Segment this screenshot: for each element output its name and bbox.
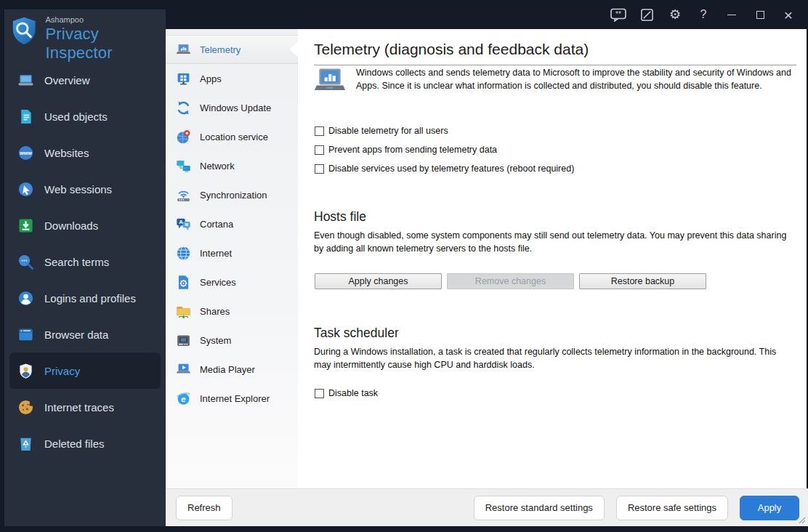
- brand-name: Ashampoo: [45, 15, 166, 24]
- location-icon: [176, 129, 191, 145]
- user-icon: [17, 290, 34, 307]
- sidebar-item-browser-data[interactable]: Browser data: [4, 316, 166, 352]
- sidebar-item-deleted-files[interactable]: Deleted files: [4, 425, 166, 462]
- help-icon[interactable]: ?: [694, 5, 713, 24]
- subnav-item-synchronization[interactable]: Synchronization: [166, 180, 298, 209]
- sidebar-item-label: Used objects: [44, 110, 108, 123]
- sidebar-item-downloads[interactable]: Downloads: [4, 207, 166, 243]
- settings-gear-icon[interactable]: ⚙: [666, 5, 684, 24]
- checkbox-label: Disable task: [328, 388, 378, 398]
- telemetry-intro: Windows collects and sends telemetry dat…: [314, 67, 801, 96]
- checkbox-disable-services[interactable]: Disable services used by telemetry featu…: [315, 164, 574, 174]
- sidebar-item-label: Overview: [44, 74, 90, 86]
- task-scheduler-description: During a Windows installation, a task is…: [314, 346, 792, 372]
- subnav-item-system[interactable]: System: [166, 326, 298, 355]
- subnav-item-services[interactable]: Services: [166, 267, 298, 297]
- subnav-item-label: System: [200, 335, 231, 346]
- subnav-item-shares[interactable]: Shares: [166, 297, 298, 326]
- feedback-icon[interactable]: **: [609, 5, 628, 24]
- cortana-icon: Aж: [176, 217, 191, 232]
- checkbox-disable-task[interactable]: Disable task: [315, 388, 378, 398]
- restore-safe-settings-button[interactable]: Restore safe settings: [616, 496, 728, 520]
- sidebar-item-label: Browser data: [44, 329, 108, 341]
- sidebar-item-label: Internet traces: [44, 401, 114, 414]
- hosts-file-buttons: Apply changes Remove changes Restore bac…: [315, 273, 706, 289]
- apply-changes-button[interactable]: Apply changes: [315, 273, 442, 289]
- checkbox-prevent-apps[interactable]: Prevent apps from sending telemetry data: [315, 145, 497, 155]
- sidebar-item-label: Privacy: [44, 365, 80, 377]
- footer-actions: Restore standard settings Restore safe s…: [474, 496, 799, 520]
- www-globe-icon: www: [17, 145, 34, 161]
- subnav-item-internet-explorer[interactable]: e Internet Explorer: [166, 384, 298, 413]
- download-icon: [17, 217, 34, 234]
- subnav-item-label: Media Player: [200, 364, 255, 375]
- apps-icon: [176, 71, 191, 86]
- minimize-button[interactable]: [722, 5, 741, 24]
- sidebar-item-internet-traces[interactable]: Internet traces: [4, 389, 166, 425]
- subnav-item-apps[interactable]: Apps: [166, 64, 298, 93]
- sidebar-item-label: Web sessions: [44, 183, 112, 196]
- sidebar-item-privacy[interactable]: Privacy: [9, 352, 161, 389]
- update-arrows-icon: [176, 100, 191, 116]
- refresh-button[interactable]: Refresh: [176, 496, 233, 520]
- content-panel: Telemetry (diagnosis and feedback data) …: [298, 29, 807, 488]
- remove-changes-button: Remove changes: [447, 273, 574, 289]
- subnav-item-internet[interactable]: Internet: [166, 238, 298, 267]
- cursor-globe-icon: [17, 181, 34, 198]
- checkbox-box[interactable]: [315, 164, 324, 174]
- resize-grip[interactable]: [799, 517, 806, 524]
- restore-backup-button[interactable]: Restore backup: [579, 273, 706, 289]
- maximize-button[interactable]: [751, 5, 769, 24]
- subnav-item-windows-update[interactable]: Windows Update: [166, 93, 298, 122]
- notes-icon[interactable]: [637, 5, 656, 24]
- shield-logo-icon: [10, 15, 38, 47]
- sidebar-item-search-terms[interactable]: Search terms: [4, 243, 166, 280]
- subnav-item-label: Shares: [200, 306, 230, 317]
- internet-explorer-icon: e: [176, 391, 191, 406]
- globe-icon: [176, 246, 191, 261]
- checkbox-disable-telemetry[interactable]: Disable telemetry for all users: [315, 126, 448, 136]
- shared-folder-icon: [176, 304, 191, 319]
- checkbox-box[interactable]: [315, 145, 324, 155]
- checkbox-box[interactable]: [315, 389, 324, 398]
- close-button[interactable]: ×: [779, 5, 798, 24]
- sidebar-item-logins-profiles[interactable]: Logins and profiles: [4, 280, 166, 316]
- restore-standard-settings-button[interactable]: Restore standard settings: [474, 496, 605, 520]
- svg-text:www: www: [19, 150, 32, 156]
- sidebar-item-label: Search terms: [44, 256, 109, 268]
- sidebar-item-websites[interactable]: www Websites: [4, 134, 166, 171]
- svg-text:e: e: [181, 394, 185, 403]
- subnav-item-telemetry[interactable]: Telemetry: [166, 35, 298, 64]
- subnav-item-label: Apps: [200, 73, 222, 84]
- svg-text:**: **: [615, 9, 621, 17]
- subnav-item-cortana[interactable]: Aж Cortana: [166, 209, 298, 238]
- subnav-item-label: Internet: [200, 248, 232, 259]
- subnav-item-location-service[interactable]: Location service: [166, 122, 298, 151]
- browser-window-icon: [17, 326, 34, 343]
- svg-text:A: A: [179, 219, 183, 225]
- subnav-item-label: Windows Update: [200, 102, 271, 113]
- document-icon: [17, 108, 34, 125]
- sidebar-item-label: Downloads: [44, 219, 98, 232]
- checkbox-label: Disable services used by telemetry featu…: [328, 164, 574, 174]
- subnav-item-label: Internet Explorer: [200, 393, 270, 404]
- sidebar-item-label: Logins and profiles: [44, 292, 136, 305]
- sidebar-item-overview[interactable]: Overview: [4, 62, 166, 98]
- page-title: Telemetry (diagnosis and feedback data): [314, 41, 796, 65]
- hosts-file-description: Even though disabled, some system compon…: [314, 230, 792, 256]
- subnav-item-label: Services: [200, 277, 236, 288]
- left-sidebar: Ashampoo Privacy Inspector Overview Used…: [4, 9, 166, 526]
- sidebar-item-web-sessions[interactable]: Web sessions: [4, 171, 166, 207]
- subnav-item-network[interactable]: Network: [166, 151, 298, 180]
- cookie-icon: [17, 399, 34, 416]
- sidebar-item-used-objects[interactable]: Used objects: [4, 98, 166, 134]
- subnav-item-media-player[interactable]: Media Player: [166, 355, 298, 384]
- svg-text:ж: ж: [184, 222, 189, 227]
- sync-router-icon: [176, 188, 191, 203]
- services-gear-doc-icon: [176, 275, 191, 290]
- subnav-item-label: Cortana: [200, 219, 233, 230]
- checkbox-box[interactable]: [315, 126, 324, 136]
- titlebar: ** ⚙ ? ×: [609, 0, 808, 29]
- apply-button[interactable]: Apply: [740, 496, 799, 520]
- privacy-subnav: Telemetry Apps Windows Update Location s…: [166, 29, 298, 488]
